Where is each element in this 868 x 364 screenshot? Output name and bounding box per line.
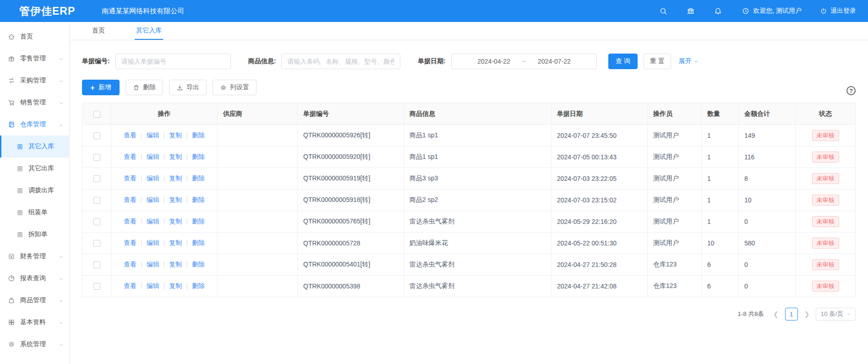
sidebar-item-other-inbound[interactable]: 其它入库 <box>0 136 69 158</box>
sidebar-item-reports[interactable]: 报表查询 <box>0 267 69 289</box>
bank-icon[interactable] <box>687 7 695 15</box>
sidebar-item-finance[interactable]: 财务管理 <box>0 245 69 267</box>
date-cell: 2024-04-27 21:50:28 <box>551 254 648 276</box>
view-link[interactable]: 查看 <box>124 217 136 226</box>
bill-no-cell: QTRK00000005401[转] <box>298 254 404 276</box>
row-checkbox[interactable] <box>93 261 100 268</box>
copy-link[interactable]: 复制 <box>159 174 182 183</box>
prev-page-icon[interactable]: ❮ <box>771 310 781 318</box>
bill-no-cell: QTRK00000005920[转] <box>298 147 404 168</box>
delete-link[interactable]: 删除 <box>182 196 205 204</box>
row-checkbox[interactable] <box>93 218 100 225</box>
view-link[interactable]: 查看 <box>124 174 136 183</box>
row-checkbox[interactable] <box>93 197 100 204</box>
pagination-total: 1-8 共8条 <box>737 310 764 318</box>
sidebar-item-assembly[interactable]: 组装单 <box>0 201 69 223</box>
view-link[interactable]: 查看 <box>124 131 136 140</box>
pagination: 1-8 共8条 ❮ 1 ❯ 10 条/页 <box>82 308 856 321</box>
user-welcome[interactable]: 欢迎您, 测试用户 <box>742 7 802 15</box>
sidebar-item-products[interactable]: 商品管理 <box>0 289 69 311</box>
table-row: 查看编辑复制删除 QTRK00000005398 雷达杀虫气雾剂 2024-04… <box>82 276 856 297</box>
chevron-down-icon <box>59 77 64 84</box>
supplier-cell <box>218 211 298 233</box>
view-link[interactable]: 查看 <box>124 261 136 269</box>
row-checkbox[interactable] <box>93 132 100 139</box>
logout-button[interactable]: 退出登录 <box>820 7 856 15</box>
delete-link[interactable]: 删除 <box>182 174 205 183</box>
amount-cell: 0 <box>739 211 796 233</box>
sidebar-item-transfer-outbound[interactable]: 调拨出库 <box>0 179 69 201</box>
view-link[interactable]: 查看 <box>124 239 136 247</box>
row-checkbox[interactable] <box>93 154 100 161</box>
date-to[interactable]: 2024-07-22 <box>538 58 571 65</box>
date-range-picker[interactable]: 2024-04-22 ~ 2024-07-22 <box>451 54 597 69</box>
qty-cell: 1 <box>702 190 739 211</box>
sidebar-item-system[interactable]: 系统管理 <box>0 333 69 355</box>
bill-no-label: 单据编号: <box>82 57 110 65</box>
bill-no-input[interactable] <box>115 54 231 69</box>
delete-link[interactable]: 删除 <box>182 217 205 226</box>
copy-link[interactable]: 复制 <box>159 131 182 140</box>
sidebar-item-disassembly[interactable]: 拆卸单 <box>0 223 69 245</box>
help-icon[interactable]: ? <box>846 86 856 95</box>
status-badge: 未审核 <box>812 281 839 292</box>
sidebar-item-other-outbound[interactable]: 其它出库 <box>0 158 69 179</box>
add-button[interactable]: + 新增 <box>82 80 120 95</box>
edit-link[interactable]: 编辑 <box>136 153 159 161</box>
operator-cell: 测试用户 <box>648 147 702 168</box>
edit-link[interactable]: 编辑 <box>136 217 159 226</box>
delete-link[interactable]: 删除 <box>182 131 205 140</box>
edit-link[interactable]: 编辑 <box>136 282 159 290</box>
delete-link[interactable]: 删除 <box>182 261 205 269</box>
row-checkbox[interactable] <box>93 240 100 247</box>
tab-home[interactable]: 首页 <box>91 22 106 40</box>
view-link[interactable]: 查看 <box>124 196 136 204</box>
reset-button[interactable]: 重置 <box>644 54 671 69</box>
delete-link[interactable]: 删除 <box>182 239 205 247</box>
bell-icon[interactable] <box>714 7 722 15</box>
edit-link[interactable]: 编辑 <box>136 131 159 140</box>
doc-icon <box>16 209 23 216</box>
operator-cell: 测试用户 <box>648 233 702 254</box>
sidebar-item-purchase[interactable]: 采购管理 <box>0 70 69 92</box>
next-page-icon[interactable]: ❯ <box>802 310 812 318</box>
page-button[interactable]: 1 <box>785 308 798 321</box>
copy-link[interactable]: 复制 <box>159 282 182 290</box>
select-all-checkbox[interactable] <box>93 111 100 118</box>
copy-link[interactable]: 复制 <box>159 239 182 247</box>
delete-link[interactable]: 删除 <box>182 153 205 161</box>
tab-other-inbound[interactable]: 其它入库 <box>135 22 163 40</box>
operator-cell: 测试用户 <box>648 211 702 233</box>
page-size-select[interactable]: 10 条/页 <box>816 308 856 321</box>
query-button[interactable]: 查询 <box>608 54 638 69</box>
edit-link[interactable]: 编辑 <box>136 261 159 269</box>
copy-link[interactable]: 复制 <box>159 261 182 269</box>
expand-link[interactable]: 展开 <box>679 57 699 65</box>
copy-link[interactable]: 复制 <box>159 196 182 204</box>
edit-link[interactable]: 编辑 <box>136 174 159 183</box>
column-settings-button[interactable]: 列设置 <box>213 80 257 95</box>
amount-cell: 0 <box>739 276 796 297</box>
sidebar-item-warehouse[interactable]: 仓库管理 <box>0 114 69 136</box>
sidebar-item-basic-data[interactable]: 基本资料 <box>0 311 69 333</box>
edit-link[interactable]: 编辑 <box>136 239 159 247</box>
product-info-input[interactable] <box>281 54 400 69</box>
view-link[interactable]: 查看 <box>124 153 136 161</box>
table-row: 查看编辑复制删除 QTRK00000005765[转] 雷达杀虫气雾剂 2024… <box>82 211 856 233</box>
export-button[interactable]: 导出 <box>169 80 207 95</box>
view-link[interactable]: 查看 <box>124 282 136 290</box>
sidebar-item-retail[interactable]: 零售管理 <box>0 48 69 70</box>
edit-link[interactable]: 编辑 <box>136 196 159 204</box>
delete-button[interactable]: 删除 <box>126 80 163 95</box>
sidebar-item-sales[interactable]: 销售管理 <box>0 92 69 114</box>
search-icon[interactable] <box>660 7 667 15</box>
copy-link[interactable]: 复制 <box>159 217 182 226</box>
delete-link[interactable]: 删除 <box>182 282 205 290</box>
copy-link[interactable]: 复制 <box>159 153 182 161</box>
sidebar-item-home[interactable]: 首页 <box>0 26 69 48</box>
row-checkbox[interactable] <box>93 175 100 182</box>
row-checkbox[interactable] <box>93 283 100 290</box>
qty-cell: 10 <box>702 233 739 254</box>
supplier-cell <box>218 147 298 168</box>
date-from[interactable]: 2024-04-22 <box>477 58 510 65</box>
